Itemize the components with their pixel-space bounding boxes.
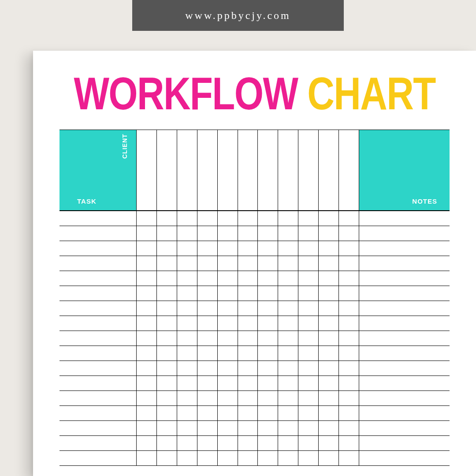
grid-cell [258,271,278,286]
grid-cell [319,286,339,301]
grid-cell [218,421,238,435]
grid-cell [238,436,258,450]
grid-cell [278,451,298,465]
grid-cells [137,361,359,376]
grid-cell [218,241,238,256]
grid-cell [197,211,218,226]
grid-cell [177,301,197,316]
header-client-columns [137,130,359,210]
grid-cell [157,451,177,465]
grid-cell [197,421,218,435]
grid-cell [238,241,258,256]
grid-cell [157,286,177,301]
grid-cell [218,436,238,450]
notes-cell [359,436,450,450]
grid-cell [157,376,177,390]
grid-cell [177,256,197,271]
grid-cells [137,376,359,390]
grid-cell [298,241,319,256]
table-row [60,436,450,451]
grid-cell [298,256,319,271]
grid-cells [137,301,359,316]
grid-cell [218,376,238,390]
grid-cell [258,406,278,420]
grid-cell [218,226,238,241]
grid-cell [258,436,278,450]
grid-cell [278,286,298,301]
grid-cell [298,361,319,376]
notes-cell [359,421,450,435]
grid-cell [278,241,298,256]
grid-cell [258,421,278,435]
grid-cell [258,346,278,361]
grid-cell [258,301,278,316]
grid-cell [278,346,298,361]
grid-cell [137,241,157,256]
notes-cell [359,451,450,465]
grid-cell [177,286,197,301]
grid-cells [137,421,359,435]
grid-cell [298,316,319,331]
grid-cell [298,451,319,465]
grid-cell [157,421,177,435]
grid-cell [319,226,339,241]
grid-cell [197,406,218,420]
grid-cell [298,376,319,390]
grid-cell [278,361,298,376]
task-cell [60,451,137,465]
notes-cell [359,406,450,420]
grid-cell [238,301,258,316]
grid-cell [339,406,359,420]
task-cell [60,406,137,420]
header-client-col [319,130,339,210]
grid-cell [197,316,218,331]
grid-cell [278,226,298,241]
grid-cell [218,361,238,376]
grid-cell [319,346,339,361]
task-cell [60,346,137,361]
grid-cell [218,316,238,331]
grid-cell [238,256,258,271]
grid-cell [319,301,339,316]
grid-cell [319,406,339,420]
grid-cell [339,271,359,286]
grid-cell [339,346,359,361]
grid-cell [177,421,197,435]
grid-cell [319,271,339,286]
grid-cell [258,256,278,271]
grid-cell [177,271,197,286]
table-row [60,226,450,241]
header-client-col [177,130,197,210]
grid-cell [218,286,238,301]
grid-cells [137,436,359,450]
task-cell [60,376,137,390]
grid-cell [157,271,177,286]
grid-cell [197,241,218,256]
header-client-col [258,130,278,210]
grid-cell [197,271,218,286]
task-cell [60,361,137,376]
grid-cell [137,391,157,405]
grid-cell [298,286,319,301]
grid-cell [258,211,278,226]
grid-cell [339,301,359,316]
grid-cell [218,391,238,405]
notes-cell [359,346,450,361]
grid-cell [137,256,157,271]
grid-cell [238,451,258,465]
title-word-2: CHART [307,68,435,119]
grid-cell [258,361,278,376]
grid-cell [238,316,258,331]
grid-cell [218,256,238,271]
grid-cell [197,451,218,465]
grid-cells [137,406,359,420]
grid-cell [319,331,339,346]
grid-cell [218,451,238,465]
task-cell [60,226,137,241]
grid-cell [177,211,197,226]
grid-cell [157,406,177,420]
grid-cell [157,316,177,331]
workflow-table: CLIENT TASK NOTES [60,130,450,466]
grid-cell [137,331,157,346]
grid-cell [339,256,359,271]
